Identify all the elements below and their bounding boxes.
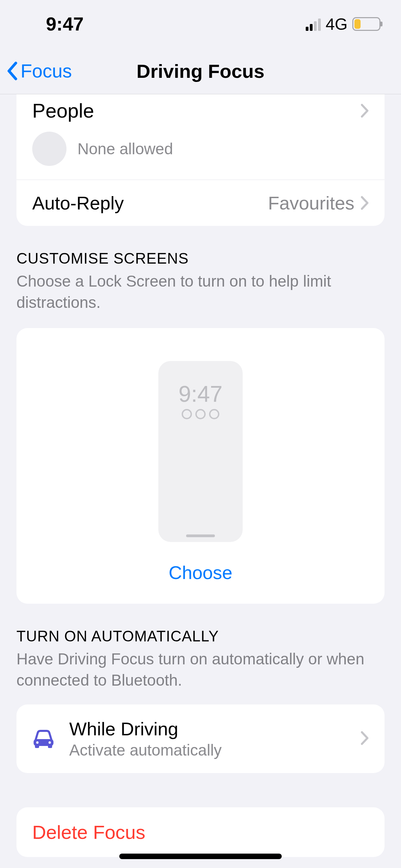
home-indicator[interactable]: [119, 854, 282, 859]
svg-point-4: [49, 742, 51, 744]
network-type: 4G: [326, 15, 348, 34]
people-sublabel: None allowed: [77, 140, 173, 158]
status-indicators: 4G: [306, 15, 380, 34]
cellular-signal-icon: [306, 17, 321, 31]
customise-title: CUSTOMISE SCREENS: [16, 250, 385, 267]
status-bar: 9:47 4G: [0, 0, 401, 48]
auto-reply-row[interactable]: Auto-Reply Favourites: [16, 180, 385, 226]
allowed-notifications-card: People None allowed Auto-Reply Favourite…: [16, 94, 385, 226]
car-icon: [32, 729, 55, 749]
lock-screen-preview[interactable]: 9:47: [158, 361, 243, 542]
customise-screens-header: CUSTOMISE SCREENS Choose a Lock Screen t…: [0, 226, 401, 313]
preview-home-indicator-icon: [186, 534, 215, 537]
preview-widget-dots-icon: [182, 409, 219, 419]
svg-rect-1: [35, 745, 39, 748]
while-driving-sub: Activate automatically: [69, 741, 222, 759]
chevron-right-icon: [361, 731, 369, 745]
avatar-placeholder-icon: [32, 132, 66, 166]
status-time: 9:47: [46, 13, 84, 35]
automatic-header: TURN ON AUTOMATICALLY Have Driving Focus…: [0, 604, 401, 691]
content-scroll[interactable]: People None allowed Auto-Reply Favourite…: [0, 94, 401, 868]
automatic-card: While Driving Activate automatically: [16, 704, 385, 773]
auto-reply-label: Auto-Reply: [32, 192, 124, 214]
choose-lock-screen-button[interactable]: Choose: [169, 562, 232, 583]
battery-icon: [352, 17, 380, 31]
chevron-right-icon: [361, 104, 369, 118]
auto-reply-value: Favourites: [268, 192, 354, 214]
chevron-right-icon: [361, 196, 369, 210]
delete-focus-button[interactable]: Delete Focus: [16, 807, 385, 857]
automatic-subtitle: Have Driving Focus turn on automatically…: [16, 648, 385, 691]
page-title: Driving Focus: [0, 60, 401, 82]
people-label: People: [32, 99, 94, 122]
preview-time: 9:47: [179, 381, 222, 407]
svg-point-3: [36, 742, 39, 744]
delete-card: Delete Focus: [16, 807, 385, 857]
svg-rect-2: [48, 745, 52, 748]
while-driving-title: While Driving: [69, 718, 222, 739]
customise-subtitle: Choose a Lock Screen to turn on to help …: [16, 270, 385, 313]
nav-bar: Focus Driving Focus: [0, 48, 401, 94]
automatic-title: TURN ON AUTOMATICALLY: [16, 628, 385, 645]
lock-screen-chooser-card: 9:47 Choose: [16, 328, 385, 604]
people-row[interactable]: People None allowed: [16, 94, 385, 180]
while-driving-row[interactable]: While Driving Activate automatically: [16, 704, 385, 773]
